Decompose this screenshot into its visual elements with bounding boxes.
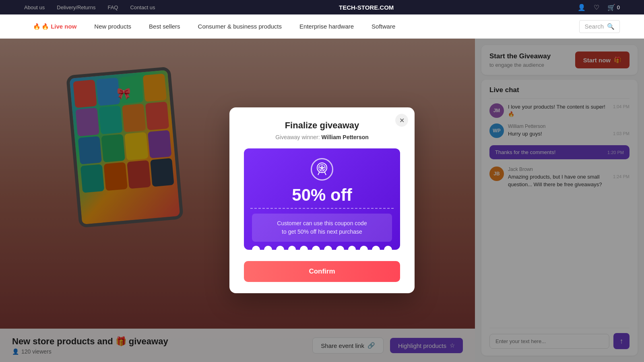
medal-icon <box>314 161 330 177</box>
nav-bar: 🔥 🔥 Live now New products Best sellers C… <box>0 14 644 39</box>
scallop-7 <box>324 246 332 254</box>
user-icon[interactable]: 👤 <box>578 4 586 11</box>
scallop-6 <box>312 246 320 254</box>
nav-consumer-business[interactable]: Consumer & business products <box>189 14 291 39</box>
cart-badge[interactable]: 🛒 0 <box>607 4 620 11</box>
scallop-2 <box>264 246 272 254</box>
coupon-badge <box>252 158 392 181</box>
badge-icon <box>311 158 333 181</box>
top-bar: About us Delivery/Returns FAQ Contact us… <box>0 0 644 14</box>
scallop-9 <box>348 246 356 254</box>
search-icon: 🔍 <box>607 23 615 30</box>
about-us-link[interactable]: About us <box>24 4 45 10</box>
modal-overlay[interactable]: ✕ Finalize giveaway Giveaway winner: Wil… <box>0 39 644 362</box>
svg-line-3 <box>318 172 320 175</box>
delivery-returns-link[interactable]: Delivery/Returns <box>57 4 95 10</box>
scallop-3 <box>276 246 284 254</box>
brand-name: TECH-STORE.COM <box>339 4 394 11</box>
scallop-1 <box>252 246 260 254</box>
nav-new-products[interactable]: New products <box>85 14 140 39</box>
confirm-button[interactable]: Confirm <box>244 261 400 282</box>
modal-subtitle-prefix: Giveaway winner: <box>275 134 320 140</box>
modal-title: Finalize giveaway <box>244 120 400 131</box>
top-bar-icons: 👤 ♡ 🛒 0 <box>578 4 620 11</box>
nav-enterprise[interactable]: Enterprise hardware <box>291 14 363 39</box>
nav-live-now[interactable]: 🔥 🔥 Live now <box>24 14 85 39</box>
main-area: 🎀 New store products and 🎁 giveaway 👤 12… <box>0 39 644 362</box>
fire-icon: 🔥 <box>33 23 41 30</box>
modal-subtitle: Giveaway winner: William Petterson <box>244 134 400 140</box>
cart-icon: 🛒 <box>607 4 615 11</box>
nav-best-sellers[interactable]: Best sellers <box>140 14 189 39</box>
search-bar[interactable]: Search 🔍 <box>579 20 620 33</box>
cart-count: 0 <box>617 4 620 10</box>
coupon-description: Customer can use this coupon codeto get … <box>252 214 392 242</box>
heart-icon[interactable]: ♡ <box>594 4 599 11</box>
scallop-8 <box>336 246 344 254</box>
scallop-4 <box>288 246 296 254</box>
finalize-giveaway-modal: ✕ Finalize giveaway Giveaway winner: Wil… <box>229 107 415 293</box>
scallop-5 <box>300 246 308 254</box>
svg-line-4 <box>324 172 326 175</box>
coupon-discount: 50% off <box>252 185 392 205</box>
scallop-12 <box>384 246 392 254</box>
top-bar-links: About us Delivery/Returns FAQ Contact us <box>24 4 155 10</box>
faq-link[interactable]: FAQ <box>107 4 118 10</box>
coupon-scallop <box>252 242 392 250</box>
contact-us-link[interactable]: Contact us <box>130 4 155 10</box>
scallop-11 <box>372 246 380 254</box>
coupon-card: 50% off Customer can use this coupon cod… <box>244 148 400 250</box>
modal-close-button[interactable]: ✕ <box>395 114 408 127</box>
scallop-10 <box>360 246 368 254</box>
nav-software[interactable]: Software <box>363 14 404 39</box>
search-placeholder: Search <box>584 23 604 30</box>
modal-winner-name: William Petterson <box>322 134 369 140</box>
coupon-divider <box>250 208 394 209</box>
